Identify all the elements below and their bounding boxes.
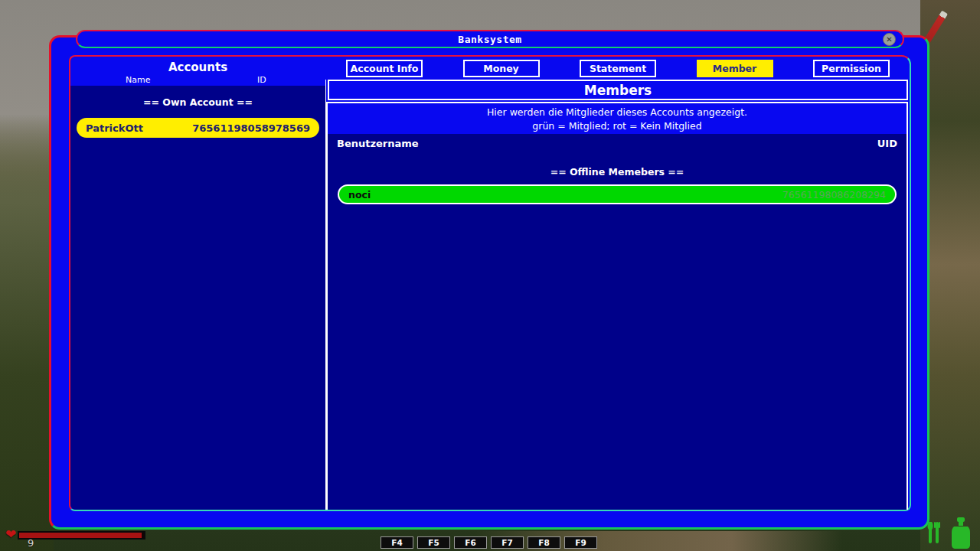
tab-member[interactable]: Member — [697, 60, 773, 77]
hotkey-f9[interactable]: F9 — [564, 536, 597, 549]
accounts-col-name: Name — [126, 75, 150, 85]
tab-account-info[interactable]: Account Info — [346, 60, 423, 77]
account-row[interactable]: PatrickOtt 76561198058978569 — [77, 118, 319, 138]
tab-statement[interactable]: Statement — [580, 60, 656, 77]
accounts-list: == Own Account == PatrickOtt 76561198058… — [70, 86, 325, 510]
hotkey-bar: F4 F5 F6 F7 F8 F9 — [381, 536, 597, 549]
member-uid: 76561198086208294 — [782, 189, 886, 201]
member-col-username: Benutzername — [337, 138, 419, 149]
hotkey-f8[interactable]: F8 — [528, 536, 560, 549]
hotkey-f4[interactable]: F4 — [381, 536, 413, 549]
members-title: Members — [584, 83, 652, 98]
account-id: 76561198058978569 — [192, 122, 310, 134]
member-row[interactable]: noci 76561198086208294 — [338, 184, 897, 204]
members-description-line2: grün = Mitglied; rot = Kein Mitglied — [328, 119, 906, 133]
members-content: Hier werden die Mitglieder dieses Accoun… — [326, 102, 908, 510]
health-bar — [18, 531, 145, 540]
tab-bar: Account Info Money Statement Member Perm… — [326, 57, 910, 80]
accounts-panel: Accounts Name ID == Own Account == Patri… — [70, 57, 325, 510]
bank-panel: Accounts Name ID == Own Account == Patri… — [69, 55, 911, 511]
member-username: noci — [348, 189, 371, 201]
account-name: PatrickOtt — [86, 122, 143, 134]
members-title-box: Members — [328, 80, 908, 100]
hotkey-f5[interactable]: F5 — [417, 536, 450, 549]
accounts-col-id: ID — [257, 75, 266, 85]
window-titlebar: Banksystem ✕ — [76, 30, 904, 48]
accounts-panel-title: Accounts — [70, 57, 325, 74]
background-grass-left — [0, 115, 54, 551]
members-description-line1: Hier werden die Mitglieder dieses Accoun… — [328, 106, 906, 119]
member-column-headers: Benutzername UID — [328, 134, 906, 149]
members-description: Hier werden die Mitglieder dieses Accoun… — [328, 103, 906, 134]
member-list: Benutzername UID == Offline Memebers == … — [328, 134, 906, 510]
window-title: Banksystem — [458, 34, 521, 45]
hotkey-f6[interactable]: F6 — [454, 536, 487, 549]
own-account-section-header: == Own Account == — [70, 96, 325, 108]
tab-permission[interactable]: Permission — [813, 60, 890, 77]
members-panel: Account Info Money Statement Member Perm… — [326, 57, 910, 510]
utensils-icon — [928, 522, 941, 543]
accounts-column-headers: Name ID — [70, 75, 325, 86]
bottle-icon — [952, 517, 970, 549]
offline-members-section-header: == Offline Memebers == — [328, 166, 906, 178]
hotkey-f7[interactable]: F7 — [491, 536, 524, 549]
health-count: 9 — [28, 537, 34, 549]
heart-icon: ❤ — [5, 527, 16, 542]
member-col-uid: UID — [877, 138, 897, 149]
tab-money[interactable]: Money — [463, 60, 540, 77]
status-icons — [926, 516, 977, 549]
close-icon[interactable]: ✕ — [883, 33, 896, 46]
health-bar-fill — [19, 533, 142, 538]
